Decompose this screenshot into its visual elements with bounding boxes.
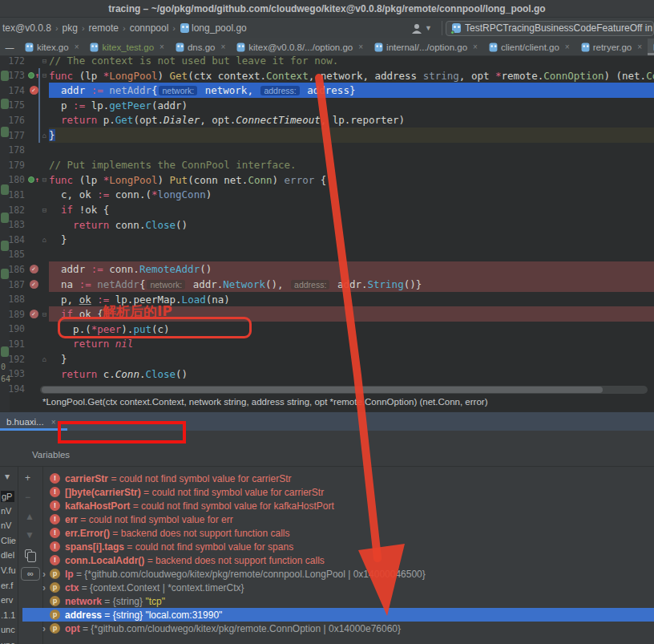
close-tab-icon[interactable]: ×	[75, 43, 79, 51]
frame-entry-partial[interactable]: V.fu	[1, 565, 16, 575]
variable-row[interactable]: ›!err = could not find symbol value for …	[22, 512, 654, 526]
fold-marker[interactable]: ⊟	[40, 71, 49, 79]
run-configuration-selector[interactable]: TestRPCTracingBusinessCodeFeatureOff in …	[446, 21, 654, 36]
code-text[interactable]: func (lp *LongPool) Get(ctx context.Cont…	[49, 68, 654, 83]
editor-tab[interactable]: kitex@v0.0.8/.../option.go×	[231, 38, 369, 55]
variable-row[interactable]: ›plp = {*github.com/cloudwego/kitex/pkg/…	[22, 567, 654, 581]
editor-tab[interactable]: client/client.go×	[483, 38, 575, 55]
close-tab-icon[interactable]: ×	[637, 43, 642, 51]
code-text[interactable]: }	[49, 232, 654, 247]
fold-marker[interactable]: ⊟	[40, 206, 49, 214]
hidden-tabs-indicator[interactable]: —	[0, 38, 19, 55]
code-text[interactable]: return c.Conn.Close()	[49, 367, 654, 382]
code-line[interactable]: 182⊟ if !ok {	[0, 202, 654, 217]
code-line[interactable]: 183 return conn.Close()	[0, 217, 654, 233]
code-text[interactable]: return nil	[49, 336, 654, 351]
variable-row[interactable]: ›![]byte(carrierStr) = could not find sy…	[22, 485, 654, 499]
code-line[interactable]: 180↑⊟func (lp *LongPool) Put(conn net.Co…	[0, 172, 654, 188]
frame-entry-partial[interactable]: gP	[1, 491, 14, 502]
editor-tab[interactable]: kitex_test.go×	[84, 38, 169, 55]
variable-row[interactable]: ›!err.Error() = backend does not support…	[22, 526, 654, 540]
variable-row[interactable]: ›pctx = {context.Context | *context.time…	[22, 581, 654, 594]
expand-chevron-icon[interactable]: ›	[38, 569, 50, 580]
variable-row[interactable]: ›!kafkaHostPort = could not find symbol …	[22, 499, 654, 512]
scrollbar-thumb[interactable]	[42, 387, 603, 393]
frame-entry-partial[interactable]: Clie	[1, 536, 16, 545]
code-line[interactable]: 177⌂}	[0, 128, 654, 143]
code-editor[interactable]: 064 172⊟// The context is not used but l…	[0, 56, 654, 411]
code-text[interactable]: addr := netAddr{network: network, addres…	[49, 83, 654, 98]
expand-chevron-icon[interactable]: ›	[38, 582, 50, 593]
breadcrumb-item[interactable]: remote	[89, 22, 119, 34]
variable-row[interactable]: ›paddress = {string} "local.com:31990"	[22, 608, 654, 622]
code-text[interactable]: return conn.Close()	[49, 217, 654, 233]
code-line[interactable]: 179// Put implements the ConnPool interf…	[0, 157, 654, 172]
code-line[interactable]: 187✓ na := netAddr{network: addr.Network…	[0, 277, 654, 292]
editor-tab[interactable]: kitex.go×	[19, 38, 84, 55]
code-text[interactable]: if !ok {	[49, 202, 654, 217]
breakpoint-icon[interactable]: ✓	[30, 280, 38, 289]
code-text[interactable]: // Put implements the ConnPool interface…	[49, 157, 654, 172]
variable-row[interactable]: ›!conn.LocalAddr() = backend does not su…	[22, 553, 654, 567]
code-line[interactable]: 172⊟// The context is not used but leave…	[0, 56, 654, 68]
code-line[interactable]: 193 return c.Conn.Close()	[0, 367, 654, 382]
frame-entry-partial[interactable]: erv	[1, 595, 13, 605]
breakpoint-icon[interactable]: ✓	[30, 265, 38, 273]
user-profile-button[interactable]: ▼	[405, 23, 438, 34]
code-line[interactable]: 175 p := lp.getPeer(addr)	[0, 98, 654, 113]
frame-entry-partial[interactable]: nV	[1, 520, 11, 530]
breadcrumb-item[interactable]: tex@v0.0.8	[2, 22, 51, 34]
editor-tab[interactable]: retryer.go×	[575, 38, 648, 55]
fold-marker[interactable]: ⌂	[40, 132, 49, 140]
code-text[interactable]: return p.Get(opt.Dialer, opt.ConnectTime…	[49, 112, 654, 128]
code-line[interactable]: 176 return p.Get(opt.Dialer, opt.Connect…	[0, 112, 654, 128]
code-line[interactable]: 185	[0, 247, 654, 262]
close-icon[interactable]: ×	[51, 418, 56, 427]
code-line[interactable]: 173↑⊟func (lp *LongPool) Get(ctx context…	[0, 68, 654, 83]
expand-chevron-icon[interactable]: ›	[38, 623, 50, 634]
code-text[interactable]: }	[49, 128, 654, 143]
code-text[interactable]: addr := conn.RemoteAddr()	[49, 261, 654, 277]
variable-row[interactable]: ›!spans[i].tags = could not find symbol …	[22, 540, 654, 553]
code-text[interactable]	[49, 247, 654, 262]
horizontal-scrollbar[interactable]	[40, 386, 648, 394]
code-text[interactable]: p := lp.getPeer(addr)	[49, 98, 654, 113]
close-tab-icon[interactable]: ×	[159, 43, 164, 51]
code-line[interactable]: 192⌂ }	[0, 351, 654, 367]
code-text[interactable]: func (lp *LongPool) Put(conn net.Conn) e…	[49, 172, 654, 188]
close-tab-icon[interactable]: ×	[220, 43, 225, 51]
editor-tab[interactable]: long_pool.go	[648, 38, 654, 55]
breadcrumb-item[interactable]: pkg	[63, 22, 78, 34]
code-text[interactable]: na := netAddr{network: addr.Network(), a…	[49, 277, 654, 292]
code-line[interactable]: 188 p, ok := lp.peerMap.Load(na)	[0, 292, 654, 307]
fold-marker[interactable]: ⊟	[40, 310, 49, 318]
code-text[interactable]: }	[49, 351, 654, 367]
fold-marker[interactable]: ⌂	[40, 236, 49, 244]
frame-entry-partial[interactable]: .1.1	[1, 610, 15, 620]
overrides-method-icon[interactable]: ↑	[28, 176, 39, 184]
frame-entry-partial[interactable]: er.f	[1, 581, 13, 590]
frame-entry-partial[interactable]: dlel	[1, 550, 14, 560]
code-line[interactable]: 186✓ addr := conn.RemoteAddr()	[0, 261, 654, 277]
breakpoint-icon[interactable]: ✓	[30, 86, 38, 95]
frame-entry-partial[interactable]: unc	[1, 640, 15, 644]
variable-row[interactable]: ›pnetwork = {string} "tcp"	[22, 594, 654, 608]
breadcrumb-item[interactable]: connpool	[130, 22, 169, 34]
breakpoint-icon[interactable]: ✓	[30, 310, 38, 318]
editor-tab[interactable]: dns.go×	[170, 38, 231, 55]
frames-dropdown-icon[interactable]: ▾	[5, 471, 10, 482]
code-line[interactable]: 181 c, ok := conn.(*longConn)	[0, 187, 654, 202]
code-text[interactable]: p, ok := lp.peerMap.Load(na)	[49, 292, 654, 307]
variable-row[interactable]: ›!carrierStr = could not find symbol val…	[22, 472, 654, 485]
code-text[interactable]: p.(*peer).put(c)	[49, 322, 654, 337]
code-text[interactable]	[49, 143, 654, 158]
fold-marker[interactable]: ⊟	[40, 57, 49, 65]
code-text[interactable]: if ok {	[49, 306, 654, 322]
code-line[interactable]: 184⌂ }	[0, 232, 654, 247]
code-line[interactable]: 189✓⊟ if ok {	[0, 306, 654, 322]
close-tab-icon[interactable]: ×	[358, 43, 363, 51]
close-tab-icon[interactable]: ×	[473, 43, 478, 51]
frame-entry-partial[interactable]: unc	[1, 625, 15, 634]
frame-entry-partial[interactable]: nV	[1, 506, 11, 516]
close-tab-icon[interactable]: ×	[565, 43, 570, 51]
